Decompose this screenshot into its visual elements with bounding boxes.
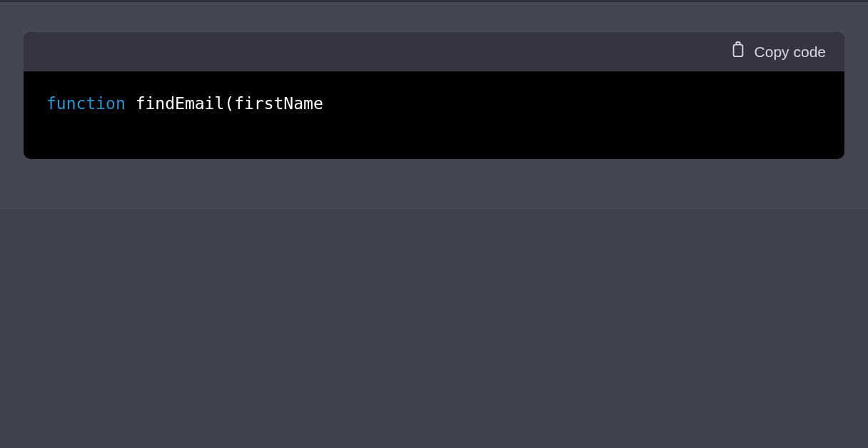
code-block-header: Copy code xyxy=(24,32,844,71)
copy-code-button[interactable]: Copy code xyxy=(730,41,826,63)
copy-code-label: Copy code xyxy=(755,44,826,61)
lower-background xyxy=(0,209,868,434)
code-token-keyword: function xyxy=(46,94,126,113)
code-content[interactable]: function findEmail(firstName xyxy=(24,71,844,159)
svg-rect-0 xyxy=(733,45,742,56)
code-token-param: firstName xyxy=(234,94,323,113)
code-block: Copy code function findEmail(firstName xyxy=(24,32,844,159)
clipboard-icon xyxy=(730,41,746,63)
code-token-function: findEmail xyxy=(136,94,225,113)
message-area: Copy code function findEmail(firstName xyxy=(0,2,868,209)
code-token-punctuation: ( xyxy=(224,94,234,113)
code-token-space xyxy=(126,94,136,113)
